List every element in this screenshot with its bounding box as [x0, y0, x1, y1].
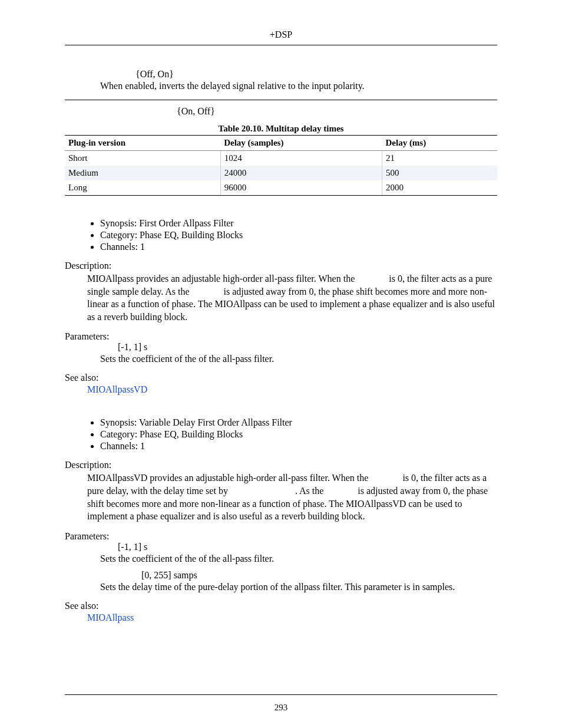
see-also-label: See also:: [65, 601, 497, 611]
param-range: [-1, 1] s: [118, 342, 497, 353]
enable-options: {On, Off}: [177, 106, 497, 117]
param-range: [-1, 1] s: [118, 542, 497, 552]
table-bottom-rule: [65, 195, 497, 196]
footer-rule: [65, 694, 497, 695]
table-cell: Medium: [65, 166, 220, 180]
see-also-link[interactable]: MIOAllpassVD: [87, 384, 147, 395]
param-text: Sets the coefficient of the of the all-p…: [100, 554, 497, 564]
table-row: Long 96000 2000: [65, 180, 497, 195]
invert-description: When enabled, inverts the delayed signal…: [100, 81, 497, 91]
header-rule: [65, 45, 497, 45]
desc-text: MIOAllpass provides an adjustable high-o…: [87, 274, 357, 284]
see-also-label: See also:: [65, 373, 497, 383]
param-text: Sets the coefficient of the of the all-p…: [100, 354, 497, 364]
table-cell: 96000: [220, 180, 382, 195]
page-header: +DSP: [65, 29, 497, 40]
parameters-label: Parameters:: [65, 531, 497, 542]
table-row: Short 1024 21: [65, 151, 497, 166]
table-header: Delay (ms): [382, 136, 497, 151]
invert-options: {Off, On}: [135, 69, 174, 80]
table-cell: 24000: [220, 166, 382, 180]
param-text: Sets the delay time of the pure-delay po…: [100, 582, 497, 592]
table-header-row: Plug-in version Delay (samples) Delay (m…: [65, 136, 497, 151]
table-header: Delay (samples): [220, 136, 382, 151]
table-cell: 21: [382, 151, 497, 166]
section-rule: [65, 100, 497, 100]
list-item: Synopsis: First Order Allpass Filter: [100, 218, 497, 229]
table-cell: 1024: [220, 151, 382, 166]
see-also-link[interactable]: MIOAllpass: [87, 612, 134, 623]
table-cell: Short: [65, 151, 220, 166]
table-row: Medium 24000 500: [65, 166, 497, 180]
param-range: [0, 255] samps: [141, 570, 497, 581]
desc-text: . As the: [295, 486, 326, 496]
delay-table: Plug-in version Delay (samples) Delay (m…: [65, 135, 497, 195]
desc-text: MIOAllpassVD provides an adjustable high…: [87, 473, 371, 483]
parameters-label: Parameters:: [65, 331, 497, 342]
table-cell: 2000: [382, 180, 497, 195]
list-item: Category: Phase EQ, Building Blocks: [100, 429, 497, 440]
description-body: MIOAllpass provides an adjustable high-o…: [87, 272, 497, 323]
description-label: Description:: [65, 261, 497, 271]
description-body: MIOAllpassVD provides an adjustable high…: [87, 472, 497, 522]
table-cell: 500: [382, 166, 497, 180]
page-number: 293: [0, 703, 562, 713]
list-item: Category: Phase EQ, Building Blocks: [100, 230, 497, 241]
description-label: Description:: [65, 460, 497, 470]
table-cell: Long: [65, 180, 220, 195]
properties-list: Synopsis: First Order Allpass Filter Cat…: [100, 218, 497, 252]
properties-list: Synopsis: Variable Delay First Order All…: [100, 417, 497, 452]
list-item: Channels: 1: [100, 441, 497, 452]
table-caption: Table 20.10. Multitap delay times: [65, 124, 497, 134]
list-item: Channels: 1: [100, 242, 497, 252]
list-item: Synopsis: Variable Delay First Order All…: [100, 417, 497, 428]
table-header: Plug-in version: [65, 136, 220, 151]
